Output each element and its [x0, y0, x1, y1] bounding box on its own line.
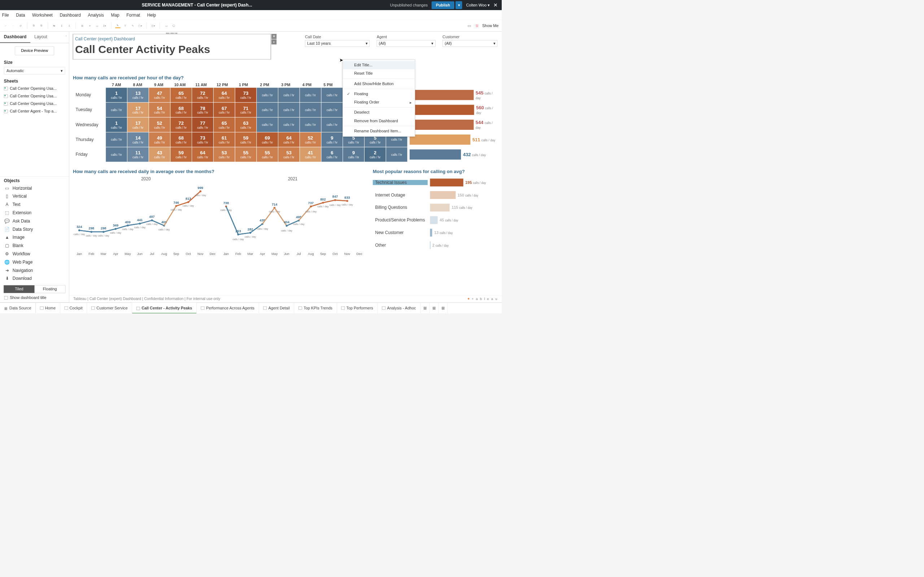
heat-cell[interactable]: calls / hr — [300, 118, 321, 132]
sheet-tab[interactable]: Call Center - Activity Peaks — [132, 303, 197, 313]
object-askdata[interactable]: 💬Ask Data — [0, 217, 69, 226]
device-icon[interactable]: 🖵 — [171, 23, 176, 28]
publish-dropdown[interactable]: ▾ — [456, 1, 462, 9]
sheet-tab[interactable]: ⊞Data Source — [0, 303, 36, 313]
heat-cell[interactable]: calls / hr — [106, 132, 127, 147]
menu-file[interactable]: File — [2, 12, 9, 17]
redo-icon[interactable]: → — [10, 23, 16, 28]
reason-row[interactable]: Billing Questions115 calls / day — [373, 201, 498, 214]
heat-cell[interactable]: calls / hr — [106, 147, 127, 161]
publish-button[interactable]: Publish — [432, 2, 454, 9]
heat-cell[interactable]: 67calls / hr — [214, 103, 235, 117]
heat-cell[interactable]: 9calls / hr — [321, 132, 343, 147]
revert-icon[interactable]: ↺ — [18, 23, 23, 28]
heat-cell[interactable]: 64calls / hr — [214, 88, 235, 102]
heat-cell[interactable]: 49calls / hr — [149, 132, 170, 147]
tiled-option[interactable]: Tiled — [3, 285, 34, 293]
heat-cell[interactable]: 52calls / hr — [300, 132, 321, 147]
border-icon[interactable]: ▢▾ — [137, 23, 142, 28]
sheet-item[interactable]: Call Center Agent - Top a... — [0, 108, 69, 115]
heat-cell[interactable]: 13calls / hr — [128, 88, 149, 102]
heat-cell[interactable]: 59calls / hr — [235, 132, 257, 147]
reason-row[interactable]: Product/Service Problems45 calls / day — [373, 214, 498, 226]
object-webpage[interactable]: 🌐Web Page — [0, 258, 69, 266]
size-select[interactable]: Automatic▾ — [4, 67, 65, 75]
heat-cell[interactable]: 43calls / hr — [149, 147, 170, 161]
heat-cell[interactable]: calls / hr — [321, 103, 343, 117]
new-sheet-icon[interactable]: ⧉ — [31, 23, 36, 28]
ctx-floating-order[interactable]: Floating Order — [343, 98, 415, 106]
heat-cell[interactable]: 47calls / hr — [149, 88, 170, 102]
ctx-add-showhide[interactable]: Add Show/Hide Button — [343, 79, 415, 88]
sort-desc-icon[interactable]: ↥ — [67, 23, 72, 28]
heat-cell[interactable]: calls / hr — [386, 147, 407, 161]
object-horizontal[interactable]: ▭Horizontal — [0, 184, 69, 192]
heat-cell[interactable]: 11calls / hr — [128, 147, 149, 161]
filter-customer-select[interactable]: (All)▾ — [443, 40, 498, 47]
heat-cell[interactable]: 68calls / hr — [170, 132, 192, 147]
swap-icon[interactable]: ⇆ — [52, 23, 57, 28]
filter-calldate-select[interactable]: Last 10 years▾ — [305, 40, 370, 47]
menu-worksheet[interactable]: Worksheet — [32, 12, 53, 17]
sort-icon[interactable]: ≡ — [87, 23, 92, 28]
heat-cell[interactable]: 9calls / hr — [343, 147, 364, 161]
sort-asc-icon[interactable]: ↧ — [59, 23, 64, 28]
heat-cell[interactable]: 73calls / hr — [235, 88, 257, 102]
collapse-sidebar-icon[interactable]: ‹ — [63, 32, 69, 43]
total-bar[interactable] — [410, 90, 473, 100]
reason-row[interactable]: New Customer13 calls / day — [373, 226, 498, 239]
menu-dropdown-icon[interactable]: ▾ — [271, 39, 276, 44]
undo-icon[interactable]: ← — [3, 23, 8, 28]
menu-dashboard[interactable]: Dashboard — [60, 12, 81, 17]
heat-cell[interactable]: calls / hr — [321, 88, 343, 102]
show-title-checkbox[interactable]: Show dashboard title — [0, 293, 69, 303]
ctx-remove[interactable]: Remove from Dashboard — [343, 117, 415, 125]
presentation-icon[interactable]: ▭ — [467, 23, 472, 28]
sheet-tab[interactable]: Analysis - Adhoc — [378, 303, 420, 313]
heat-cell[interactable]: 64calls / hr — [278, 132, 300, 147]
heat-cell[interactable]: calls / hr — [257, 88, 278, 102]
heat-cell[interactable]: calls / hr — [300, 103, 321, 117]
total-bar[interactable] — [410, 120, 473, 130]
heat-cell[interactable]: 54calls / hr — [149, 103, 170, 117]
new-story-icon[interactable]: ⊞ — [439, 303, 447, 313]
sheet-item[interactable]: Call Center Opening Usa... — [0, 92, 69, 100]
menu-format[interactable]: Format — [126, 12, 140, 17]
grip-handle-icon[interactable] — [166, 33, 178, 34]
heat-cell[interactable]: 55calls / hr — [257, 147, 278, 161]
remove-icon[interactable]: ✕ — [271, 34, 276, 39]
sheet-tab[interactable]: Top Performers — [337, 303, 378, 313]
menu-map[interactable]: Map — [111, 12, 119, 17]
object-workflow[interactable]: ⚙Workflow — [0, 250, 69, 258]
heat-cell[interactable]: 59calls / hr — [170, 147, 192, 161]
object-navigation[interactable]: ➜Navigation — [0, 266, 69, 274]
heat-cell[interactable]: calls / hr — [106, 103, 127, 117]
sheet-tab[interactable]: Cockpit — [60, 303, 87, 313]
sheet-item[interactable]: Call Center Opening Usa... — [0, 100, 69, 108]
heat-cell[interactable]: 6calls / hr — [321, 147, 343, 161]
ctx-edit-title[interactable]: Edit Title... — [343, 61, 415, 69]
object-extension[interactable]: ⬚Extension — [0, 209, 69, 217]
heat-cell[interactable]: calls / hr — [257, 103, 278, 117]
menu-data[interactable]: Data — [16, 12, 25, 17]
heat-cell[interactable]: 73calls / hr — [192, 132, 213, 147]
heat-cell[interactable]: calls / hr — [278, 88, 300, 102]
sheet-tab[interactable]: Performance Across Agents — [197, 303, 259, 313]
reason-row[interactable]: Other2 calls / day — [373, 239, 498, 251]
heat-cell[interactable]: 41calls / hr — [300, 147, 321, 161]
heat-cell[interactable]: calls / hr — [300, 88, 321, 102]
object-text[interactable]: AText — [0, 200, 69, 209]
new-dashboard-icon[interactable]: ⊞ — [430, 303, 439, 313]
floating-option[interactable]: Floating — [35, 285, 65, 293]
sheet-item[interactable]: Call Center Opening Usa... — [0, 85, 69, 92]
fitview-icon[interactable]: ◫▾ — [151, 23, 156, 28]
tab-layout[interactable]: Layout — [30, 32, 51, 43]
heat-cell[interactable]: 78calls / hr — [192, 103, 213, 117]
annotate-icon[interactable]: ✎ — [130, 23, 135, 28]
new-worksheet-icon[interactable]: ⊞ — [420, 303, 430, 313]
heat-cell[interactable]: calls / hr — [278, 118, 300, 132]
sheet-tab[interactable]: Agent Detail — [259, 303, 294, 313]
heat-cell[interactable]: 2calls / hr — [365, 147, 386, 161]
present-icon[interactable]: ▭ — [164, 23, 169, 28]
heat-cell[interactable]: 17calls / hr — [128, 103, 149, 117]
